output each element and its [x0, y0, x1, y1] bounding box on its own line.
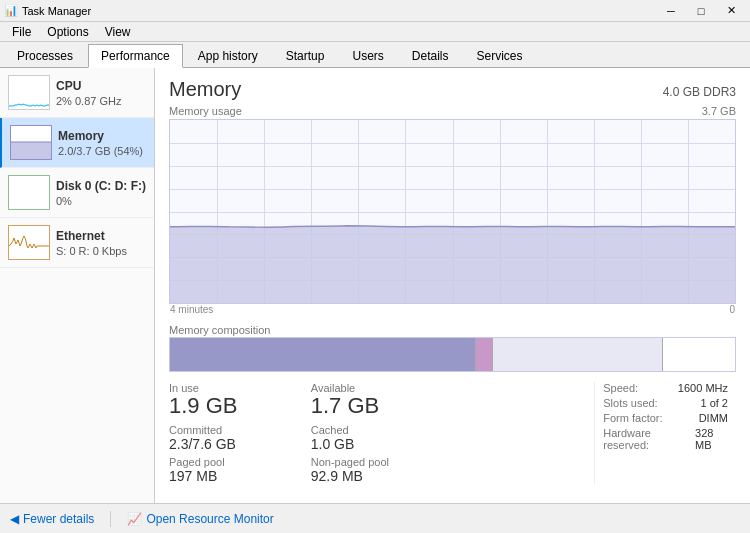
app-icon: 📊 [4, 4, 18, 18]
tab-startup[interactable]: Startup [273, 44, 338, 67]
cpu-value: 2% 0.87 GHz [56, 95, 146, 107]
sidebar: CPU 2% 0.87 GHz Memory 2.0/3.7 GB (54%) [0, 68, 155, 503]
chart-usage-label: Memory usage [169, 105, 242, 117]
title-bar-controls: ─ □ ✕ [656, 0, 746, 22]
mem-seg-standby [492, 338, 662, 371]
cpu-sidebar-info: CPU 2% 0.87 GHz [56, 79, 146, 107]
menu-bar: File Options View [0, 22, 750, 42]
svg-rect-0 [11, 142, 52, 160]
tab-details[interactable]: Details [399, 44, 462, 67]
stat-paged-value: 197 MB [169, 468, 303, 484]
memory-sidebar-info: Memory 2.0/3.7 GB (54%) [58, 129, 146, 157]
close-button[interactable]: ✕ [716, 0, 746, 22]
stat-cached-label: Cached [311, 424, 445, 436]
hardware-stats: Speed: 1600 MHz Slots used: 1 of 2 Form … [594, 382, 736, 484]
tab-performance[interactable]: Performance [88, 44, 183, 68]
content-header: Memory 4.0 GB DDR3 [169, 78, 736, 101]
disk-thumbnail [8, 175, 50, 210]
main-layout: CPU 2% 0.87 GHz Memory 2.0/3.7 GB (54%) [0, 68, 750, 503]
stat-committed-label: Committed [169, 424, 303, 436]
hw-slots-row: Slots used: 1 of 2 [603, 397, 728, 409]
title-bar-left: 📊 Task Manager [4, 4, 91, 18]
stats-spacer [453, 382, 473, 484]
stat-available-value: 1.7 GB [311, 394, 445, 418]
fewer-details-label: Fewer details [23, 512, 94, 526]
tab-users[interactable]: Users [339, 44, 396, 67]
hw-speed-label: Speed: [603, 382, 638, 394]
title-bar: 📊 Task Manager ─ □ ✕ [0, 0, 750, 22]
memory-chart-section: Memory usage 3.7 GB [169, 105, 736, 315]
sidebar-item-cpu[interactable]: CPU 2% 0.87 GHz [0, 68, 154, 118]
hw-form-value: DIMM [699, 412, 728, 424]
ethernet-label: Ethernet [56, 229, 146, 243]
open-resource-monitor-link[interactable]: 📈 Open Resource Monitor [127, 512, 273, 526]
hw-slots-label: Slots used: [603, 397, 657, 409]
disk-label: Disk 0 (C: D: F:) [56, 179, 146, 193]
stat-in-use-value: 1.9 GB [169, 394, 303, 418]
hw-reserved-value: 328 MB [695, 427, 728, 451]
content-area: Memory 4.0 GB DDR3 Memory usage 3.7 GB [155, 68, 750, 503]
disk-value: 0% [56, 195, 146, 207]
fewer-details-icon: ◀ [10, 512, 19, 526]
minimize-button[interactable]: ─ [656, 0, 686, 22]
memory-usage-chart [169, 119, 736, 304]
stat-in-use: In use 1.9 GB Committed 2.3/7.6 GB Paged… [169, 382, 311, 484]
chart-time-start: 4 minutes [170, 304, 213, 315]
bottom-bar: ◀ Fewer details 📈 Open Resource Monitor [0, 503, 750, 533]
ethernet-thumbnail [8, 225, 50, 260]
memory-svg-chart [170, 120, 735, 303]
stat-paged-label: Paged pool [169, 456, 303, 468]
memory-thumbnail [10, 125, 52, 160]
stat-non-paged-value: 92.9 MB [311, 468, 445, 484]
hw-reserved-row: Hardware reserved: 328 MB [603, 427, 728, 451]
menu-file[interactable]: File [4, 23, 39, 41]
sidebar-item-ethernet[interactable]: Ethernet S: 0 R: 0 Kbps [0, 218, 154, 268]
tab-bar: Processes Performance App history Startu… [0, 42, 750, 68]
menu-view[interactable]: View [97, 23, 139, 41]
page-title: Memory [169, 78, 241, 101]
stat-available: Available 1.7 GB Cached 1.0 GB Non-paged… [311, 382, 453, 484]
cpu-thumbnail [8, 75, 50, 110]
stats-section: In use 1.9 GB Committed 2.3/7.6 GB Paged… [169, 382, 736, 484]
hw-reserved-label: Hardware reserved: [603, 427, 687, 451]
memory-composition-bar [169, 337, 736, 372]
tab-services[interactable]: Services [464, 44, 536, 67]
chart-time-row: 4 minutes 0 [169, 304, 736, 315]
maximize-button[interactable]: □ [686, 0, 716, 22]
hw-speed-row: Speed: 1600 MHz [603, 382, 728, 394]
memory-type: 4.0 GB DDR3 [663, 85, 736, 99]
memory-value: 2.0/3.7 GB (54%) [58, 145, 146, 157]
hw-slots-value: 1 of 2 [700, 397, 728, 409]
stat-non-paged-label: Non-paged pool [311, 456, 445, 468]
tab-app-history[interactable]: App history [185, 44, 271, 67]
stat-cached-value: 1.0 GB [311, 436, 445, 452]
chart-time-end: 0 [729, 304, 735, 315]
tab-processes[interactable]: Processes [4, 44, 86, 67]
hw-form-label: Form factor: [603, 412, 662, 424]
menu-options[interactable]: Options [39, 23, 96, 41]
window-title: Task Manager [22, 5, 91, 17]
sidebar-item-memory[interactable]: Memory 2.0/3.7 GB (54%) [0, 118, 154, 168]
stat-committed-value: 2.3/7.6 GB [169, 436, 303, 452]
mem-seg-modified [475, 338, 492, 371]
bottom-separator [110, 511, 111, 527]
open-resource-monitor-label: Open Resource Monitor [146, 512, 273, 526]
sidebar-item-disk[interactable]: Disk 0 (C: D: F:) 0% [0, 168, 154, 218]
ethernet-value: S: 0 R: 0 Kbps [56, 245, 146, 257]
resource-monitor-icon: 📈 [127, 512, 142, 526]
hw-speed-value: 1600 MHz [678, 382, 728, 394]
chart-max-label: 3.7 GB [702, 105, 736, 119]
fewer-details-link[interactable]: ◀ Fewer details [10, 512, 94, 526]
mem-comp-label: Memory composition [169, 324, 270, 336]
memory-label: Memory [58, 129, 146, 143]
cpu-label: CPU [56, 79, 146, 93]
mem-seg-in-use [170, 338, 475, 371]
ethernet-sidebar-info: Ethernet S: 0 R: 0 Kbps [56, 229, 146, 257]
mem-seg-free [662, 338, 735, 371]
memory-composition-section: Memory composition [169, 323, 736, 372]
hw-form-row: Form factor: DIMM [603, 412, 728, 424]
disk-sidebar-info: Disk 0 (C: D: F:) 0% [56, 179, 146, 207]
